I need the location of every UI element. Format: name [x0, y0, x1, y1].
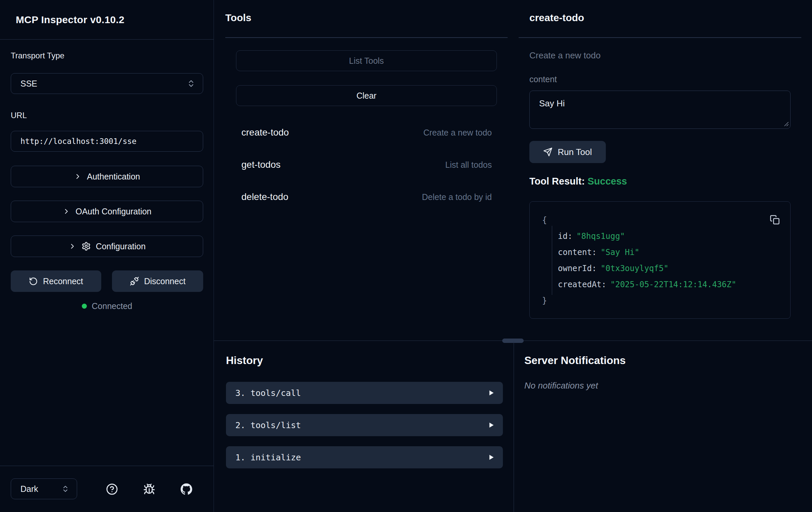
no-notifications-message: No notifications yet — [524, 380, 598, 391]
list-tools-button[interactable]: List Tools — [236, 50, 497, 71]
mcp-inspector-app: MCP Inspector v0.10.2 Transport Type SSE… — [0, 0, 812, 512]
chevron-right-icon — [68, 242, 77, 250]
history-item-tools-call[interactable]: 3. tools/call — [226, 382, 503, 404]
history-item-label: 2. tools/list — [235, 421, 301, 430]
send-icon — [543, 147, 552, 157]
tool-description: List all todos — [445, 160, 492, 170]
content-textarea[interactable]: Say Hi — [529, 90, 790, 129]
configuration-label: Configuration — [96, 242, 146, 251]
expand-play-icon — [488, 454, 494, 461]
transport-type-label: Transport Type — [11, 51, 64, 60]
tool-result-status: Success — [587, 176, 627, 187]
chevron-right-icon — [62, 207, 70, 215]
app-title: MCP Inspector v0.10.2 — [16, 14, 124, 26]
json-field-createdAt: createdAt: "2025-05-22T14:12:14.436Z" — [530, 276, 790, 293]
splitter-drag-handle[interactable] — [502, 339, 524, 343]
disconnect-label: Disconnect — [144, 276, 186, 286]
tool-row-create-todo[interactable]: create-todo Create a new todo — [241, 123, 492, 142]
tool-row-delete-todo[interactable]: delete-todo Delete a todo by id — [241, 187, 492, 207]
server-notifications-title: Server Notifications — [524, 354, 626, 367]
reconnect-button[interactable]: Reconnect — [11, 270, 101, 292]
chevrons-up-down-icon — [187, 79, 196, 88]
tool-runner-divider — [519, 37, 801, 38]
tool-description: Create a new todo — [424, 128, 492, 138]
bug-icon — [143, 483, 155, 495]
run-tool-label: Run Tool — [557, 147, 592, 157]
json-close-brace: } — [530, 296, 547, 305]
clear-label: Clear — [356, 91, 377, 101]
sidebar: MCP Inspector v0.10.2 Transport Type SSE… — [0, 0, 214, 512]
chevrons-up-down-icon — [61, 485, 69, 493]
history-item-tools-list[interactable]: 2. tools/list — [226, 414, 503, 436]
tool-name: create-todo — [241, 127, 289, 138]
github-button[interactable] — [178, 481, 195, 497]
tool-result-line: Tool Result: Success — [529, 176, 627, 187]
json-open-brace: { — [530, 215, 547, 225]
history-title: History — [226, 354, 263, 367]
history-item-label: 3. tools/call — [235, 388, 301, 398]
tools-divider — [225, 37, 508, 38]
report-bug-button[interactable] — [141, 481, 157, 497]
url-label: URL — [11, 111, 27, 120]
disconnect-button[interactable]: Disconnect — [112, 270, 203, 292]
list-tools-label: List Tools — [349, 56, 384, 66]
help-circle-icon — [106, 483, 118, 495]
chevron-right-icon — [74, 172, 82, 181]
vertical-splitter — [514, 341, 514, 512]
sidebar-bottom-divider — [0, 466, 214, 466]
configuration-toggle[interactable]: Configuration — [11, 236, 203, 257]
oauth-configuration-label: OAuth Configuration — [76, 207, 151, 216]
gear-icon — [82, 242, 91, 251]
transport-type-select[interactable]: SSE — [11, 73, 203, 94]
tool-name: delete-todo — [241, 192, 288, 202]
tool-result-label: Tool Result: — [529, 176, 585, 187]
oauth-configuration-toggle[interactable]: OAuth Configuration — [11, 200, 203, 222]
tools-panel-title: Tools — [225, 12, 252, 24]
status-label: Connected — [92, 301, 133, 311]
status-dot — [82, 304, 87, 309]
json-field-id: id: "8hqs1ugg" — [530, 228, 790, 244]
tool-result-json-box: { id: "8hqs1ugg" content: "Say Hi" owner… — [529, 201, 790, 319]
github-icon — [180, 483, 193, 495]
run-tool-button[interactable]: Run Tool — [529, 141, 606, 163]
theme-value: Dark — [21, 484, 38, 494]
tool-row-get-todos[interactable]: get-todos List all todos — [241, 155, 492, 174]
json-field-content: content: "Say Hi" — [530, 244, 790, 260]
reconnect-label: Reconnect — [43, 276, 83, 286]
history-item-initialize[interactable]: 1. initialize — [226, 446, 503, 468]
url-value: http://localhost:3001/sse — [21, 137, 137, 145]
url-input[interactable]: http://localhost:3001/sse — [11, 131, 203, 152]
json-field-ownerId: ownerId: "0tx3ouylyqf5" — [530, 260, 790, 276]
rotate-ccw-icon — [29, 277, 38, 286]
tool-name: get-todos — [241, 159, 281, 170]
sidebar-header: MCP Inspector v0.10.2 — [0, 0, 213, 39]
selected-tool-subtitle: Create a new todo — [529, 50, 601, 61]
help-button[interactable] — [104, 481, 120, 497]
theme-select[interactable]: Dark — [11, 479, 77, 499]
expand-play-icon — [488, 422, 494, 428]
authentication-toggle[interactable]: Authentication — [11, 166, 203, 187]
authentication-label: Authentication — [87, 172, 140, 182]
expand-play-icon — [488, 389, 494, 396]
content-field-label: content — [529, 75, 557, 84]
tool-description: Delete a todo by id — [422, 192, 492, 202]
connection-status: Connected — [0, 301, 214, 311]
selected-tool-title: create-todo — [529, 12, 584, 24]
transport-type-value: SSE — [21, 79, 37, 88]
clear-button[interactable]: Clear — [236, 85, 497, 106]
unplug-icon — [130, 276, 139, 286]
history-item-label: 1. initialize — [235, 453, 301, 462]
